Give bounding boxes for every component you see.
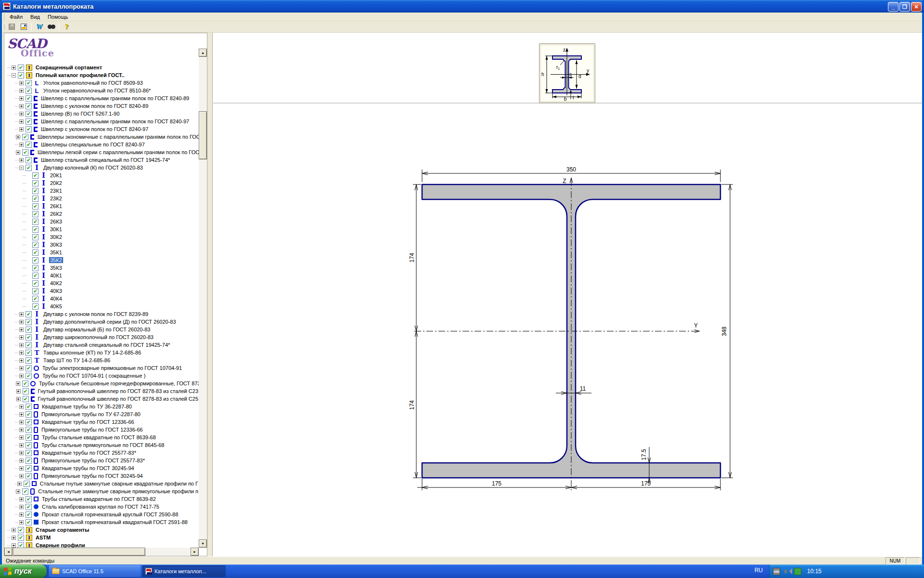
menu-view[interactable]: Вид (26, 13, 44, 20)
tree-item[interactable]: ✔23К1 (4, 187, 199, 195)
tree-item-label[interactable]: Гнутый равнополочный швеллер по ГОСТ 827… (37, 396, 199, 402)
tree-item[interactable]: +✔Двутавр нормальный (Б) по ГОСТ 26020-8… (4, 326, 199, 333)
tree-item-label[interactable]: Стальные гнутые замкнутые сварные квадра… (39, 481, 199, 486)
checkbox-checked[interactable]: ✔ (26, 504, 32, 510)
checkbox-checked[interactable]: ✔ (24, 481, 30, 487)
checkbox-checked[interactable]: ✔ (32, 242, 38, 248)
tree-item-label[interactable]: Прокат стальной горячекатаный квадратный… (41, 519, 189, 525)
tree-item-label[interactable]: 26К3 (49, 219, 63, 224)
expand-icon[interactable]: + (16, 397, 21, 401)
minimize-button[interactable]: _ (888, 2, 898, 12)
tree-item[interactable]: +✔Трубы электросварные прямошовные по ГО… (4, 364, 199, 372)
checkbox-checked[interactable]: ✔ (26, 427, 32, 433)
checkbox-checked[interactable]: ✔ (26, 118, 32, 125)
tree-item[interactable]: ✔30К2 (4, 233, 199, 241)
tree-item[interactable]: ✔40К1 (4, 272, 199, 279)
tree-item[interactable]: +✔Швеллер с параллельными гранями полок … (4, 118, 199, 125)
checkbox-checked[interactable]: ✔ (32, 288, 38, 294)
tree-item-label[interactable]: 40К4 (49, 296, 63, 302)
tree-item-label[interactable]: 35К3 (49, 265, 63, 271)
tree-item-label[interactable]: 35К1 (49, 250, 63, 255)
checkbox-checked[interactable]: ✔ (26, 496, 32, 502)
tree-item-label[interactable]: Полный каталог профилей ГОСТ.. (35, 72, 126, 78)
tree-item-label[interactable]: Сталь калиброванная круглая по ГОСТ 7417… (41, 504, 160, 510)
tree-item-label[interactable]: Квадратные трубы по ГОСТ 25577-83* (41, 450, 137, 456)
checkbox-checked[interactable]: ✔ (26, 350, 32, 356)
tree-item-label[interactable]: Сварные профили (35, 542, 86, 548)
checkbox-checked[interactable]: ✔ (26, 95, 32, 102)
expand-icon[interactable]: + (19, 320, 24, 324)
tree-item[interactable]: +✔Прямоугольные трубы по ГОСТ 30245-94 (4, 472, 199, 480)
checkbox-checked[interactable]: ✔ (32, 296, 38, 302)
tree-item-label[interactable]: Швеллер (В) по ГОСТ 5267.1-90 (40, 111, 120, 117)
checkbox-checked[interactable]: ✔ (26, 434, 32, 441)
tree-item-label[interactable]: Двутавр нормальный (Б) по ГОСТ 26020-83 (42, 327, 151, 332)
tree-item-label[interactable]: Трубы стальные прямоугольные по ГОСТ 864… (40, 442, 165, 448)
expand-icon[interactable]: + (19, 428, 24, 432)
collapse-icon[interactable]: - (19, 166, 24, 170)
tree-item[interactable]: +✔Швеллеры экономичные с параллельными г… (4, 133, 199, 141)
tree-item[interactable]: +✔Старые сортаменты (4, 526, 199, 534)
expand-icon[interactable]: + (19, 358, 24, 363)
tree-item-label[interactable]: Двутавр дополнительной серии (Д) по ГОСТ… (42, 319, 177, 325)
expand-icon[interactable]: + (19, 351, 24, 355)
checkbox-checked[interactable]: ✔ (26, 473, 32, 479)
checkbox-checked[interactable]: ✔ (32, 234, 38, 240)
tree-item-label[interactable]: Швеллер с параллельными гранями полок по… (40, 95, 190, 101)
tree-item[interactable]: +✔Двутавр широкополочный по ГОСТ 26020-8… (4, 333, 199, 341)
checkbox-checked[interactable]: ✔ (32, 203, 38, 210)
tree-item[interactable]: +✔Квадратные трубы по ГОСТ 12336-66 (4, 418, 199, 426)
tree-item[interactable]: ✔26К3 (4, 218, 199, 225)
toolbar-grip[interactable] (3, 24, 4, 30)
tree-item[interactable]: ✔26К2 (4, 210, 199, 218)
tree-item-label[interactable]: Швеллеры легкой серии с параллельными гр… (37, 149, 199, 155)
expand-icon[interactable]: + (19, 451, 24, 455)
checkbox-checked[interactable]: ✔ (32, 172, 38, 179)
vm-tray-icon[interactable]: vm (773, 568, 780, 575)
checkbox-checked[interactable]: ✔ (23, 396, 29, 402)
checkbox-checked[interactable]: ✔ (26, 450, 32, 456)
tree-item[interactable]: +✔Квадратные трубы по ТУ 36-2287-80 (4, 403, 199, 410)
taskbar-item-scad-office[interactable]: SCAD Office 11.5 (49, 565, 141, 577)
tree-item-label[interactable]: 26К1 (49, 203, 63, 209)
tree-item[interactable]: ✔26К1 (4, 202, 199, 210)
expand-icon[interactable]: + (19, 474, 24, 478)
checkbox-checked[interactable]: ✔ (26, 103, 32, 109)
tree-item[interactable]: +✔Швеллеры легкой серии с параллельными … (4, 148, 199, 156)
scroll-down-arrow[interactable]: ▼ (199, 539, 207, 548)
tree-item[interactable]: +✔Тавры колонные (КТ) по ТУ 14-2-685-86 (4, 349, 199, 356)
checkbox-checked[interactable]: ✔ (18, 535, 24, 541)
volume-tray-icon[interactable] (783, 568, 791, 575)
expand-icon[interactable]: + (19, 96, 24, 101)
tree-item-label[interactable]: Трубы электросварные прямошовные по ГОСТ… (41, 365, 183, 371)
checkbox-checked[interactable]: ✔ (26, 157, 32, 163)
tree-item[interactable]: +✔Сварные профили (4, 541, 199, 548)
tree-item-label[interactable]: 40К2 (49, 280, 63, 286)
checkbox-checked[interactable]: ✔ (26, 80, 32, 86)
tree-item[interactable]: +✔Сталь калиброванная круглая по ГОСТ 74… (4, 503, 199, 511)
checkbox-checked[interactable]: ✔ (32, 188, 38, 194)
checkbox-checked[interactable]: ✔ (32, 211, 38, 217)
tree-item[interactable]: -✔Полный каталог профилей ГОСТ.. (4, 71, 199, 79)
tree-item-label[interactable]: Старые сортаменты (35, 527, 90, 533)
tree-item-label[interactable]: 30К3 (49, 242, 63, 248)
tree-item-label[interactable]: Прямоугольные трубы по ГОСТ 30245-94 (40, 473, 144, 479)
tree-item-label[interactable]: 26К2 (49, 211, 63, 217)
expand-icon[interactable]: + (19, 143, 24, 147)
expand-icon[interactable]: + (19, 435, 24, 440)
tree-item-label[interactable]: Двутавр колонный (К) по ГОСТ 26020-83 (42, 165, 144, 171)
tree-item-label[interactable]: 30К1 (49, 226, 63, 232)
checkbox-checked[interactable]: ✔ (26, 465, 32, 472)
expand-icon[interactable]: + (19, 497, 24, 501)
tree-item[interactable]: +✔Прямоугольные трубы по ГОСТ 25577-83* (4, 457, 199, 464)
scroll-up-arrow[interactable]: ▲ (199, 49, 207, 57)
expand-icon[interactable]: + (19, 412, 24, 417)
tree-item-label[interactable]: Квадратные трубы по ГОСТ 12336-66 (41, 419, 135, 425)
expand-icon[interactable]: + (19, 420, 24, 424)
checkbox-checked[interactable]: ✔ (26, 126, 32, 132)
tree-item[interactable]: +✔Трубы стальные бесшовные горячедеформи… (4, 380, 199, 387)
tree-item-label[interactable]: Швеллеры специальные по ГОСТ 8240-97 (40, 142, 146, 147)
expand-icon[interactable]: + (19, 405, 24, 409)
tree-item-label[interactable]: ASTM (35, 535, 51, 540)
checkbox-checked[interactable]: ✔ (18, 542, 24, 548)
